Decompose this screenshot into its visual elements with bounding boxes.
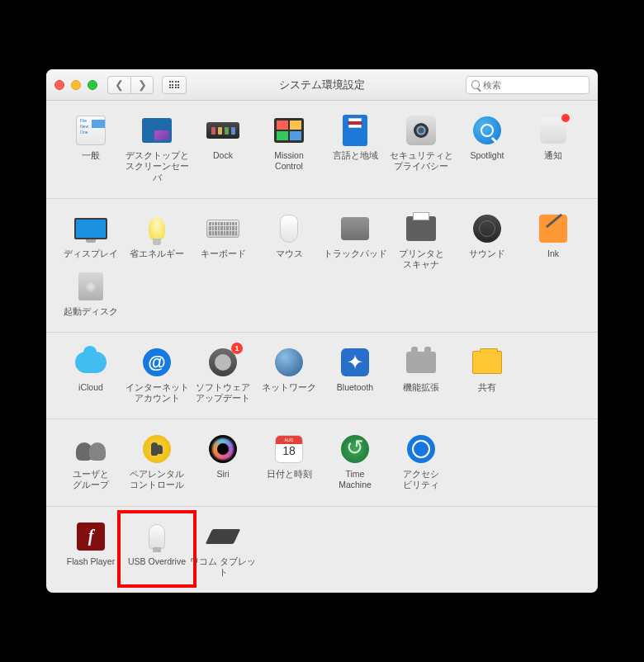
pref-label: Bluetooth [337, 382, 373, 393]
pref-label: ネットワーク [262, 382, 316, 393]
system-preferences-window: ❮ ❯ システム環境設定 一般デスクトップと スクリーンセーバDockMissi… [46, 69, 598, 593]
pref-ink[interactable]: Ink [520, 212, 586, 270]
pref-ext[interactable]: 機能拡張 [388, 346, 454, 404]
notification-dot [561, 114, 570, 122]
pref-keyboard[interactable]: キーボード [190, 212, 256, 270]
pref-label: 一般 [82, 150, 100, 161]
pref-label: iCloud [78, 382, 103, 393]
pref-label: 共有 [478, 382, 496, 393]
window-controls [54, 80, 97, 90]
pref-usb[interactable]: USB Overdrive [124, 520, 190, 578]
accounts-icon: @ [140, 346, 173, 379]
pref-siri[interactable]: Siri [190, 433, 256, 490]
window-title: システム環境設定 [279, 78, 365, 92]
pref-lang[interactable]: 言語と地域 [322, 114, 388, 182]
pref-label: ワコム タブレット [190, 556, 256, 578]
pref-label: セキュリティと プライバシー [390, 150, 453, 172]
pref-label: ペアレンタル コントロール [130, 469, 184, 490]
pref-dock[interactable]: Dock [190, 114, 256, 182]
date-icon: AUG18 [272, 433, 305, 466]
search-input[interactable] [483, 80, 584, 90]
pref-label: Mission Control [274, 150, 304, 172]
pref-label: 機能拡張 [403, 382, 439, 393]
badge: 1 [231, 343, 243, 354]
pref-label: 起動ディスク [64, 306, 118, 317]
pref-label: Spotlight [471, 150, 504, 161]
general-icon [74, 114, 107, 147]
pref-label: 言語と地域 [333, 150, 378, 161]
pref-trackpad[interactable]: トラックパッド [322, 212, 388, 270]
pref-label: 通知 [544, 150, 562, 161]
pref-users[interactable]: ユーザと グループ [58, 433, 124, 490]
pref-label: プリンタと スキャナ [399, 248, 444, 270]
pref-flash[interactable]: fFlash Player [58, 520, 124, 578]
pref-mouse[interactable]: マウス [256, 212, 322, 270]
pref-label: ソフトウェア アップデート [196, 382, 250, 404]
zoom-button[interactable] [88, 80, 97, 90]
pref-notif[interactable]: 通知 [520, 114, 586, 182]
dock-icon [206, 114, 239, 147]
pref-label: サウンド [469, 248, 505, 259]
close-button[interactable] [54, 80, 64, 90]
search-field[interactable] [466, 76, 590, 94]
pref-security[interactable]: セキュリティと プライバシー [388, 114, 454, 182]
pref-section-row4: ユーザと グループペアレンタル コントロールSiriAUG18日付と時刻Time… [46, 418, 598, 505]
pref-label: Dock [213, 150, 233, 161]
show-all-button[interactable] [162, 76, 187, 94]
pref-parent[interactable]: ペアレンタル コントロール [124, 433, 190, 490]
pref-tm[interactable]: Time Machine [322, 433, 388, 490]
pref-section-row3: iCloud@インターネット アカウント1ソフトウェア アップデートネットワーク… [46, 332, 598, 418]
update-icon: 1 [206, 346, 239, 379]
pref-access[interactable]: アクセシ ビリティ [388, 433, 454, 490]
pref-printer[interactable]: プリンタと スキャナ [388, 212, 454, 270]
pref-label: マウス [276, 248, 303, 259]
security-icon [405, 114, 438, 147]
pref-bt[interactable]: ✦Bluetooth [322, 346, 388, 404]
pref-energy[interactable]: 省エネルギー [124, 212, 190, 270]
share-icon [471, 346, 504, 379]
pref-network[interactable]: ネットワーク [256, 346, 322, 404]
pref-desktop[interactable]: デスクトップと スクリーンセーバ [124, 114, 190, 182]
grid-icon [169, 81, 180, 88]
network-icon [272, 346, 305, 379]
mission-icon [272, 114, 305, 147]
search-icon [471, 80, 480, 89]
pref-general[interactable]: 一般 [58, 114, 124, 182]
minimize-button[interactable] [71, 80, 81, 90]
siri-icon [206, 433, 239, 466]
flash-icon: f [74, 520, 107, 553]
pref-mission[interactable]: Mission Control [256, 114, 322, 182]
energy-icon [140, 212, 173, 245]
lang-icon [339, 114, 372, 147]
pref-accounts[interactable]: @インターネット アカウント [124, 346, 190, 404]
pref-update[interactable]: 1ソフトウェア アップデート [190, 346, 256, 404]
pref-label: ディスプレイ [64, 248, 118, 259]
disk-icon [74, 270, 107, 303]
ext-icon [405, 346, 438, 379]
spotlight-icon [471, 114, 504, 147]
pref-section-row2: ディスプレイ省エネルギーキーボードマウストラックパッドプリンタと スキャナサウン… [46, 198, 598, 332]
icloud-icon [74, 346, 107, 379]
users-icon [74, 433, 107, 466]
printer-icon [405, 212, 438, 245]
pref-disk[interactable]: 起動ディスク [58, 270, 124, 317]
back-button[interactable]: ❮ [107, 76, 130, 94]
pref-label: インターネット アカウント [125, 382, 189, 404]
pref-icloud[interactable]: iCloud [58, 346, 124, 404]
pref-date[interactable]: AUG18日付と時刻 [256, 433, 322, 490]
pref-label: Time Machine [339, 469, 372, 490]
pref-label: ユーザと グループ [73, 469, 109, 490]
bt-icon: ✦ [339, 346, 372, 379]
desktop-icon [140, 114, 173, 147]
pref-display[interactable]: ディスプレイ [58, 212, 124, 270]
ink-icon [537, 212, 570, 245]
usb-icon [140, 520, 173, 553]
access-icon [405, 433, 438, 466]
pref-wacom[interactable]: ワコム タブレット [190, 520, 256, 578]
pref-share[interactable]: 共有 [454, 346, 520, 404]
pref-spotlight[interactable]: Spotlight [454, 114, 520, 182]
forward-button[interactable]: ❯ [130, 76, 154, 94]
pref-sound[interactable]: サウンド [454, 212, 520, 270]
wacom-icon [206, 520, 239, 553]
pref-section-row1: 一般デスクトップと スクリーンセーバDockMission Control言語と… [46, 101, 598, 197]
